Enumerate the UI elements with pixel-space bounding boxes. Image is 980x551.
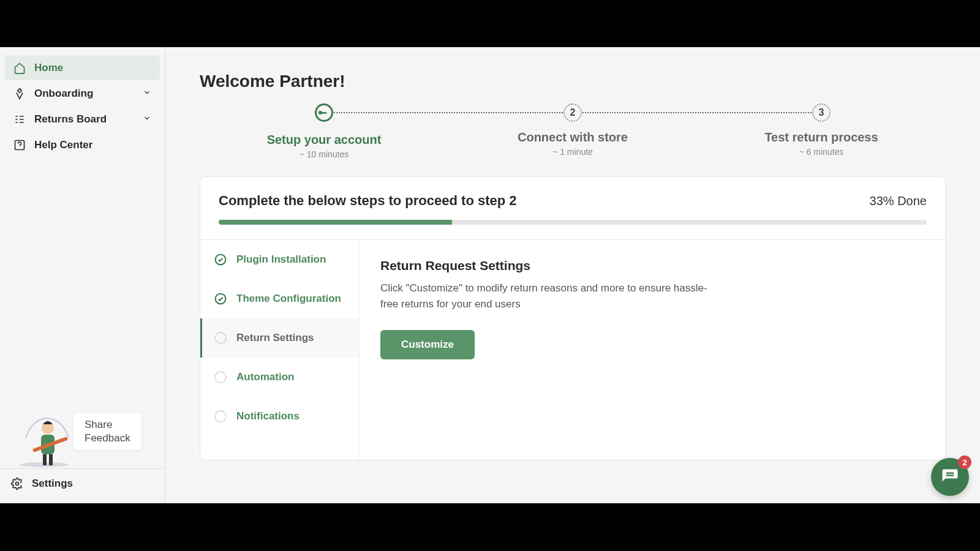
card-header: Complete the below steps to proceed to s… (200, 177, 945, 239)
task-item-notifications[interactable]: Notifications (200, 397, 359, 436)
stepper: Setup your account ~ 10 minutes 2 Connec… (200, 103, 946, 159)
step-circle-current (315, 103, 333, 122)
sidebar-item-label: Onboarding (34, 88, 93, 100)
feedback-line2: Feedback (85, 432, 130, 445)
help-icon (13, 139, 26, 151)
card-body: Plugin Installation Theme Configuration … (200, 239, 945, 460)
progress-bar (219, 220, 927, 225)
task-label: Automation (236, 371, 294, 383)
sidebar-item-label: Returns Board (34, 113, 107, 126)
detail-description: Click "Customize" to modify return reaso… (380, 280, 723, 312)
sidebar-item-home[interactable]: Home (5, 56, 160, 80)
diamond-icon (13, 88, 26, 100)
progress-fill (219, 220, 452, 225)
sidebar-item-label: Help Center (34, 139, 92, 151)
chat-icon (941, 468, 959, 486)
chevron-down-icon (143, 88, 151, 100)
step-connector (573, 112, 821, 113)
share-feedback[interactable]: Share Feedback (0, 395, 165, 468)
page-title: Welcome Partner! (200, 72, 946, 91)
pending-circle-icon (214, 332, 227, 344)
sidebar-item-help-center[interactable]: Help Center (5, 133, 160, 157)
home-icon (13, 62, 26, 74)
step-circle-future: 3 (812, 103, 831, 122)
feedback-bubble: Share Feedback (74, 413, 141, 450)
chat-fab[interactable]: 2 (931, 458, 969, 496)
main-content: Welcome Partner! Setup your account ~ 10… (165, 47, 980, 503)
feedback-line1: Share (85, 418, 130, 432)
feedback-illustration (13, 401, 81, 468)
pending-circle-icon (214, 371, 227, 383)
settings-label: Settings (32, 478, 73, 490)
task-label: Notifications (236, 410, 300, 422)
task-label: Plugin Installation (236, 253, 326, 266)
svg-point-7 (16, 482, 19, 485)
task-item-plugin-installation[interactable]: Plugin Installation (200, 240, 359, 279)
step-subtitle: ~ 6 minutes (697, 147, 946, 157)
step-1: Setup your account ~ 10 minutes (200, 103, 448, 159)
card-header-row: Complete the below steps to proceed to s… (219, 193, 927, 209)
step-title: Setup your account (200, 133, 448, 147)
step-circle-future: 2 (564, 103, 582, 122)
task-item-automation[interactable]: Automation (200, 358, 359, 397)
chevron-down-icon (143, 113, 151, 126)
task-label: Return Settings (236, 332, 314, 344)
task-list: Plugin Installation Theme Configuration … (200, 240, 360, 460)
svg-rect-5 (43, 454, 47, 465)
sidebar-item-returns-board[interactable]: Returns Board (5, 107, 160, 132)
app-area: Home Onboarding Returns Board (0, 47, 980, 503)
gear-icon (11, 478, 23, 490)
sidebar-item-settings[interactable]: Settings (0, 468, 165, 498)
step-subtitle: ~ 10 minutes (200, 149, 448, 159)
sidebar-item-onboarding[interactable]: Onboarding (5, 81, 160, 106)
detail-title: Return Request Settings (380, 258, 924, 273)
sidebar: Home Onboarding Returns Board (0, 47, 165, 503)
onboarding-card: Complete the below steps to proceed to s… (200, 176, 946, 460)
task-item-return-settings[interactable]: Return Settings (200, 318, 359, 358)
step-connector (324, 112, 573, 113)
step-title: Connect with store (448, 130, 697, 144)
card-title: Complete the below steps to proceed to s… (219, 193, 517, 209)
sidebar-item-label: Home (34, 62, 63, 74)
pending-circle-icon (214, 410, 227, 422)
progress-label: 33% Done (870, 194, 927, 208)
customize-button[interactable]: Customize (380, 330, 475, 359)
task-label: Theme Configuration (236, 293, 341, 305)
task-detail: Return Request Settings Click "Customize… (360, 240, 945, 460)
sidebar-nav: Home Onboarding Returns Board (0, 47, 165, 395)
sidebar-bottom: Share Feedback Settings (0, 395, 165, 503)
step-subtitle: ~ 1 minute (448, 147, 697, 157)
task-item-theme-configuration[interactable]: Theme Configuration (200, 279, 359, 318)
check-circle-icon (214, 253, 227, 266)
list-icon (13, 113, 26, 126)
svg-rect-6 (49, 454, 53, 465)
check-circle-icon (214, 293, 227, 305)
chat-badge: 2 (958, 455, 971, 469)
step-title: Test return process (697, 130, 946, 144)
